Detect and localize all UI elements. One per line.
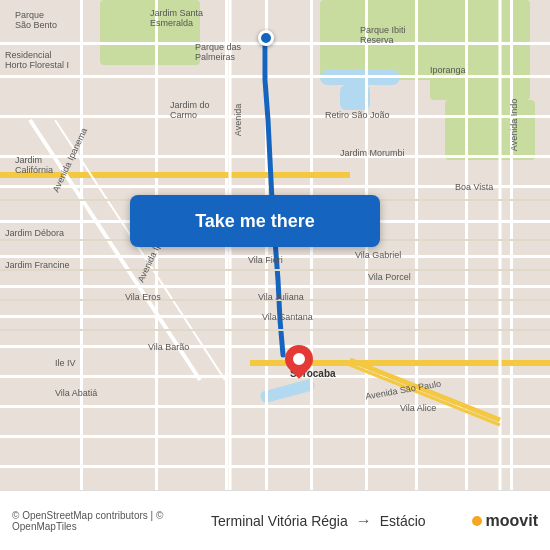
svg-line-0 — [30, 120, 200, 380]
park-area-4 — [445, 100, 535, 160]
moovit-logo: moovit — [472, 512, 538, 530]
park-area — [100, 0, 200, 65]
moovit-brand: moovit — [486, 512, 538, 530]
moovit-dot — [472, 516, 482, 526]
main-road — [0, 172, 350, 178]
bottom-bar: © OpenStreetMap contributors | © OpenMap… — [0, 490, 550, 550]
map-container: ParqueSão Bento Jardim SantaEsmeralda Pa… — [0, 0, 550, 490]
origin-marker — [258, 30, 274, 46]
route-info: Terminal Vitória Régia → Estácio — [165, 512, 471, 530]
route-arrow: → — [356, 512, 372, 530]
copyright-text: © OpenStreetMap contributors | © OpenMap… — [12, 510, 165, 532]
street — [415, 0, 418, 490]
take-me-there-button[interactable]: Take me there — [130, 195, 380, 247]
svg-line-10 — [350, 365, 500, 425]
street — [465, 0, 468, 490]
street — [510, 0, 513, 490]
to-label: Estácio — [380, 513, 426, 529]
from-label: Terminal Vitória Régia — [211, 513, 348, 529]
svg-line-9 — [350, 360, 500, 420]
street — [80, 0, 83, 490]
destination-pin — [285, 345, 313, 373]
park-area-3 — [430, 0, 530, 100]
